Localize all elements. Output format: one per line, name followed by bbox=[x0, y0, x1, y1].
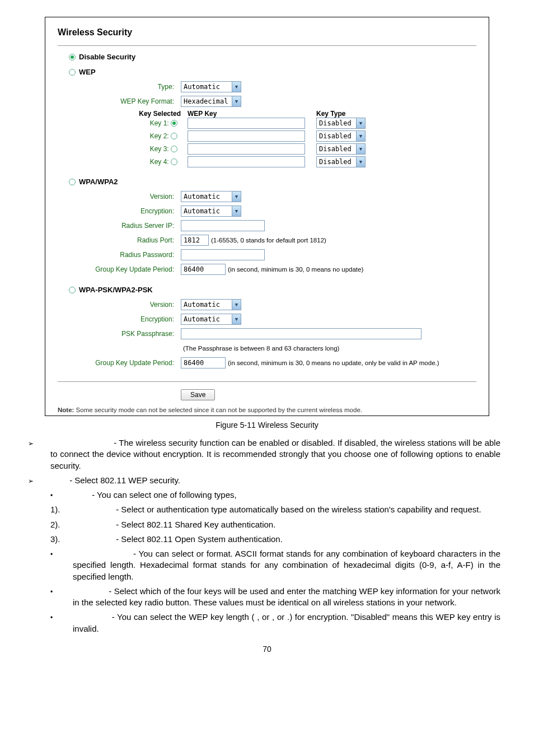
chevron-down-icon: ▼ bbox=[232, 206, 241, 216]
wep-key-headers: Key Selected WEP Key Key Type bbox=[98, 110, 476, 118]
radio-icon[interactable] bbox=[171, 158, 177, 165]
key4-input[interactable] bbox=[188, 156, 305, 167]
chevron-down-icon: ▼ bbox=[232, 96, 241, 106]
divider bbox=[58, 381, 476, 382]
wpa-heading: WPA/WPA2 bbox=[79, 178, 118, 186]
body-num1: - Select or authentication type automati… bbox=[114, 505, 481, 514]
key2-input[interactable] bbox=[188, 130, 305, 142]
key1-type-select[interactable]: Disabled▼ bbox=[316, 118, 366, 129]
panel-title: Wireless Security bbox=[58, 27, 476, 38]
key4-type-select[interactable]: Disabled▼ bbox=[316, 156, 366, 167]
key3-type-select[interactable]: Disabled▼ bbox=[316, 143, 366, 155]
key1-label: Key 1: bbox=[150, 119, 169, 127]
key3-label: Key 3: bbox=[150, 145, 169, 153]
wep-format-select[interactable]: Hexadecimal ▼ bbox=[181, 96, 241, 107]
wep-type-select[interactable]: Automatic ▼ bbox=[181, 81, 241, 92]
radius-pw-input[interactable] bbox=[181, 249, 265, 260]
list-item: ➢ - The wireless security function can b… bbox=[28, 437, 512, 472]
wireless-security-panel: Wireless Security Disable Security WEP T… bbox=[45, 17, 489, 416]
psk-gkup-hint: (in second, minimum is 30, 0 means no up… bbox=[228, 360, 439, 366]
psk-passphrase-hint: (The Passphrase is between 8 and 63 char… bbox=[183, 345, 339, 352]
key1-input[interactable] bbox=[188, 118, 305, 129]
list-item: • - Select which of the four keys will b… bbox=[50, 586, 512, 609]
chevron-down-icon: ▼ bbox=[232, 300, 241, 310]
option-wep[interactable]: WEP bbox=[69, 68, 476, 76]
option-disable-security[interactable]: Disable Security bbox=[69, 53, 476, 61]
radius-ip-label: Radius Server IP: bbox=[58, 222, 181, 230]
dot-bullet-icon: • bbox=[50, 489, 73, 501]
psk-version-select[interactable]: Automatic▼ bbox=[181, 299, 241, 310]
body-item2d: - You can select the WEP key length ( , … bbox=[73, 612, 500, 633]
wpa-version-label: Version: bbox=[58, 193, 181, 200]
radio-icon bbox=[69, 179, 76, 185]
figure-caption: Figure 5-11 Wireless Security bbox=[22, 421, 512, 430]
radius-port-input[interactable] bbox=[181, 235, 209, 246]
key-selected-header: Key Selected bbox=[98, 110, 188, 118]
radio-selected-icon bbox=[69, 54, 76, 60]
note-line: Note: Some security mode can not be sele… bbox=[58, 407, 476, 413]
chevron-down-icon: ▼ bbox=[356, 118, 365, 128]
body-text: ➢ - The wireless security function can b… bbox=[22, 437, 512, 634]
chevron-down-icon: ▼ bbox=[356, 144, 365, 154]
key2-type-select[interactable]: Disabled▼ bbox=[316, 130, 366, 142]
radio-icon bbox=[69, 69, 76, 76]
key3-input[interactable] bbox=[188, 143, 305, 155]
radius-port-hint: (1-65535, 0 stands for default port 1812… bbox=[211, 237, 326, 244]
wep-key-row-2: Key 2: Disabled▼ bbox=[98, 130, 476, 142]
num1-label: 1). bbox=[50, 504, 73, 515]
psk-passphrase-label: PSK Passphrase: bbox=[58, 330, 181, 338]
radio-icon[interactable] bbox=[171, 133, 177, 139]
key2-label: Key 2: bbox=[150, 132, 169, 140]
dot-bullet-icon: • bbox=[50, 612, 73, 634]
wep-format-label: WEP Key Format: bbox=[58, 97, 181, 105]
radius-port-label: Radius Port: bbox=[58, 236, 181, 244]
chevron-down-icon: ▼ bbox=[356, 157, 365, 167]
numbered-item: 3). - Select 802.11 Open System authenti… bbox=[50, 534, 512, 545]
psk-encryption-label: Encryption: bbox=[58, 315, 181, 323]
body-item2a: - You can select one of following types, bbox=[90, 490, 237, 500]
chevron-down-icon: ▼ bbox=[356, 131, 365, 141]
note-prefix: Note: bbox=[58, 407, 74, 413]
radius-ip-input[interactable] bbox=[181, 220, 265, 231]
wpa-gkup-label: Group Key Update Period: bbox=[58, 265, 181, 273]
wpa-version-select[interactable]: Automatic▼ bbox=[181, 191, 241, 202]
disable-security-label: Disable Security bbox=[79, 53, 135, 61]
wep-key-row-1: Key 1: Disabled▼ bbox=[98, 118, 476, 129]
list-item: ➢ - Select 802.11 WEP security. bbox=[28, 475, 512, 486]
list-item: • - You can select or format. ASCII form… bbox=[50, 548, 512, 582]
arrow-bullet-icon: ➢ bbox=[28, 437, 50, 472]
body-item2: - Select 802.11 WEP security. bbox=[67, 475, 180, 485]
wep-heading: WEP bbox=[79, 68, 96, 76]
body-num2: - Select 802.11 Shared Key authenticatio… bbox=[114, 520, 275, 529]
body-item2b: - You can select or format. ASCII format… bbox=[73, 549, 500, 581]
chevron-down-icon: ▼ bbox=[232, 314, 241, 324]
chevron-down-icon: ▼ bbox=[232, 192, 241, 202]
save-button[interactable]: Save bbox=[181, 389, 215, 400]
wpa-gkup-hint: (in second, minimum is 30, 0 means no up… bbox=[228, 266, 363, 273]
wep-key-row-3: Key 3: Disabled▼ bbox=[98, 143, 476, 155]
psk-version-label: Version: bbox=[58, 301, 181, 309]
wpa-encryption-label: Encryption: bbox=[58, 207, 181, 215]
psk-gkup-input[interactable] bbox=[181, 357, 226, 368]
note-text: Some security mode can not be selected s… bbox=[74, 407, 362, 413]
body-item1: - The wireless security function can be … bbox=[50, 438, 500, 470]
list-item: • - You can select the WEP key length ( … bbox=[50, 612, 512, 634]
option-psk[interactable]: WPA-PSK/WPA2-PSK bbox=[69, 286, 476, 294]
numbered-item: 1). - Select or authentication type auto… bbox=[50, 504, 512, 515]
psk-encryption-select[interactable]: Automatic▼ bbox=[181, 314, 241, 325]
wpa-encryption-select[interactable]: Automatic▼ bbox=[181, 206, 241, 217]
radio-icon bbox=[69, 287, 76, 293]
page-number: 70 bbox=[22, 645, 512, 654]
psk-passphrase-input[interactable] bbox=[181, 328, 421, 339]
radius-pw-label: Radius Password: bbox=[58, 251, 181, 259]
psk-heading: WPA-PSK/WPA2-PSK bbox=[79, 286, 153, 294]
chevron-down-icon: ▼ bbox=[232, 82, 241, 92]
radio-selected-icon[interactable] bbox=[171, 120, 177, 127]
num3-label: 3). bbox=[50, 534, 73, 545]
wep-key-header: WEP Key bbox=[188, 110, 316, 118]
option-wpa[interactable]: WPA/WPA2 bbox=[69, 178, 476, 186]
radio-icon[interactable] bbox=[171, 146, 177, 152]
dot-bullet-icon: • bbox=[50, 586, 73, 609]
numbered-item: 2). - Select 802.11 Shared Key authentic… bbox=[50, 519, 512, 530]
wpa-gkup-input[interactable] bbox=[181, 264, 226, 275]
